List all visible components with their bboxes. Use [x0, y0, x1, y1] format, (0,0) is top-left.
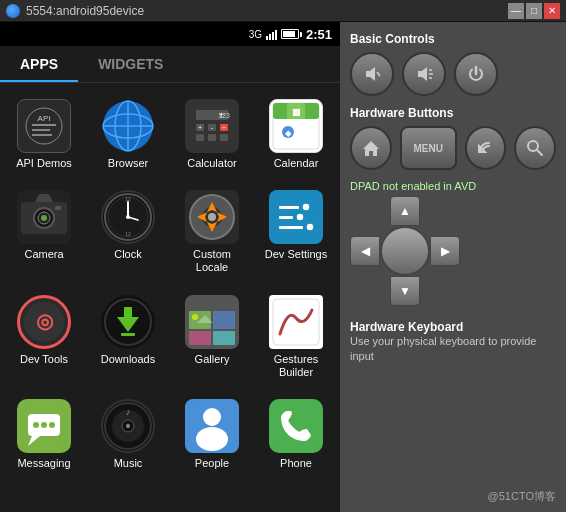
svg-rect-34 [55, 206, 61, 210]
hardware-buttons-section: Hardware Buttons MENU [350, 106, 556, 170]
app-icon-downloads [101, 295, 155, 349]
app-label-gallery: Gallery [195, 353, 230, 366]
clock-display: 2:51 [306, 27, 332, 42]
svg-rect-50 [279, 226, 303, 229]
svg-text:12: 12 [125, 231, 131, 237]
maximize-button[interactable]: □ [526, 3, 542, 19]
svg-point-39 [126, 215, 130, 219]
svg-rect-3 [32, 129, 50, 131]
svg-rect-56 [121, 333, 135, 336]
svg-rect-65 [273, 299, 319, 345]
close-button[interactable]: ✕ [544, 3, 560, 19]
app-label-music: Music [114, 457, 143, 470]
svg-marker-87 [363, 141, 379, 156]
app-icon-clock: 12 12 [101, 190, 155, 244]
basic-controls-row [350, 52, 556, 96]
dpad-center-button[interactable] [380, 226, 430, 276]
tab-apps[interactable]: APPS [0, 46, 78, 82]
app-item-phone[interactable]: Phone [256, 391, 336, 478]
svg-point-33 [41, 215, 47, 221]
app-label-dev-settings: Dev Settings [265, 248, 327, 261]
dpad-right-button[interactable]: ▶ [430, 236, 460, 266]
keyboard-title: Hardware Keyboard [350, 320, 556, 334]
svg-point-71 [49, 422, 55, 428]
app-item-camera[interactable]: Camera [4, 182, 84, 282]
app-item-calculator[interactable]: + 123 + - ÷ Calculat [172, 91, 252, 178]
title-bar: 5554:android95device — □ ✕ [0, 0, 566, 22]
dpad: ▲ ▼ ◀ ▶ [350, 196, 460, 306]
svg-text:+: + [198, 124, 202, 131]
window-controls[interactable]: — □ ✕ [508, 3, 560, 19]
app-item-music[interactable]: ♪ Music [88, 391, 168, 478]
app-label-api-demos: API Demos [16, 157, 72, 170]
svg-point-44 [208, 213, 216, 221]
app-label-gestures-builder: Gestures Builder [260, 353, 332, 379]
app-label-messaging: Messaging [17, 457, 70, 470]
svg-text:♪: ♪ [126, 407, 131, 417]
tab-widgets[interactable]: WIDGETS [78, 46, 183, 82]
app-item-messaging[interactable]: Messaging [4, 391, 84, 478]
app-icon-custom-locale [185, 190, 239, 244]
app-icon [6, 4, 20, 18]
search-button[interactable] [514, 126, 556, 170]
app-item-gestures-builder[interactable]: Gestures Builder [256, 287, 336, 387]
svg-marker-83 [418, 67, 427, 81]
app-item-dev-tools[interactable]: ◎ Dev Tools [4, 287, 84, 387]
menu-button[interactable]: MENU [400, 126, 457, 170]
app-icon-dev-tools: ◎ [17, 295, 71, 349]
hardware-buttons-row: MENU [350, 126, 556, 170]
svg-point-70 [41, 422, 47, 428]
watermark: @51CTO博客 [488, 489, 556, 504]
hardware-buttons-title: Hardware Buttons [350, 106, 556, 120]
app-label-dev-tools: Dev Tools [20, 353, 68, 366]
keyboard-section: Hardware Keyboard Use your physical keyb… [350, 320, 556, 365]
app-item-dev-settings[interactable]: Dev Settings [256, 182, 336, 282]
svg-marker-81 [366, 67, 375, 81]
app-label-calendar: Calendar [274, 157, 319, 170]
svg-point-51 [306, 223, 314, 231]
app-item-people[interactable]: People [172, 391, 252, 478]
svg-rect-18 [208, 134, 216, 141]
app-grid: API API Demos [0, 83, 340, 486]
minimize-button[interactable]: — [508, 3, 524, 19]
app-label-people: People [195, 457, 229, 470]
svg-text:÷: ÷ [222, 124, 226, 131]
app-item-api-demos[interactable]: API API Demos [4, 91, 84, 178]
volume-up-button[interactable] [402, 52, 446, 96]
app-icon-phone [269, 399, 323, 453]
dpad-up-button[interactable]: ▲ [390, 196, 420, 226]
dpad-down-button[interactable]: ▼ [390, 276, 420, 306]
network-type: 3G [249, 29, 262, 40]
keyboard-desc: Use your physical keyboard to provide in… [350, 334, 556, 365]
app-label-calculator: Calculator [187, 157, 237, 170]
app-label-clock: Clock [114, 248, 142, 261]
volume-down-button[interactable] [350, 52, 394, 96]
svg-rect-17 [196, 134, 204, 141]
svg-point-69 [33, 422, 39, 428]
back-button[interactable] [465, 126, 507, 170]
app-icon-browser [101, 99, 155, 153]
app-item-clock[interactable]: 12 12 Clock [88, 182, 168, 282]
app-item-calendar[interactable]: ▦ ◆ Calendar [256, 91, 336, 178]
basic-controls-section: Basic Controls [350, 32, 556, 96]
app-icon-calculator: + 123 + - ÷ [185, 99, 239, 153]
app-item-downloads[interactable]: Downloads [88, 287, 168, 387]
svg-rect-60 [213, 311, 235, 329]
app-label-camera: Camera [24, 248, 63, 261]
svg-text:API: API [38, 114, 51, 123]
svg-rect-19 [220, 134, 228, 141]
svg-point-49 [296, 213, 304, 221]
svg-rect-4 [32, 134, 52, 136]
title-bar-left: 5554:android95device [6, 4, 144, 18]
power-button[interactable] [454, 52, 498, 96]
app-item-browser[interactable]: Browser [88, 91, 168, 178]
app-item-custom-locale[interactable]: Custom Locale [172, 182, 252, 282]
svg-marker-30 [35, 194, 53, 202]
home-button[interactable] [350, 126, 392, 170]
svg-point-64 [192, 314, 198, 320]
basic-controls-title: Basic Controls [350, 32, 556, 46]
svg-rect-61 [189, 331, 211, 345]
dpad-left-button[interactable]: ◀ [350, 236, 380, 266]
svg-rect-2 [32, 124, 56, 126]
app-item-gallery[interactable]: Gallery [172, 287, 252, 387]
